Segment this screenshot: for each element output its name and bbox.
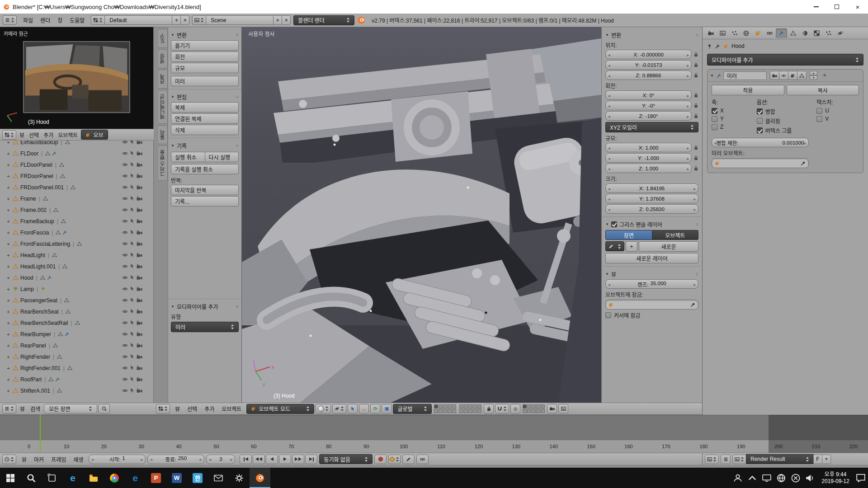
display-tray-icon[interactable]: [760, 468, 774, 488]
visibility-eye-icon[interactable]: [122, 184, 128, 190]
tab-scene[interactable]: [729, 28, 740, 38]
render-layers-widget[interactable]: [523, 404, 545, 413]
renderability-camera-icon[interactable]: [137, 376, 142, 382]
maximize-button[interactable]: [826, 0, 847, 14]
visibility-eye-icon[interactable]: [122, 141, 128, 145]
dimension-field[interactable]: X:1.84195: [605, 183, 698, 193]
object-name[interactable]: Frame.002: [20, 207, 47, 213]
selectability-cursor-icon[interactable]: [130, 320, 135, 325]
selectability-cursor-icon[interactable]: [130, 297, 135, 302]
tool-shelf-tab[interactable]: 물리: [158, 125, 168, 144]
blender-taskbar-icon[interactable]: [250, 468, 270, 488]
expand-toggle[interactable]: [6, 252, 11, 258]
visibility-eye-icon[interactable]: [122, 252, 128, 258]
outliner-display-dropdown[interactable]: 모든 장면: [44, 404, 97, 413]
onedrive-error-tray-icon[interactable]: [788, 468, 803, 488]
window-titlebar[interactable]: Blender* [C:₩Users₩Sungwoong Cho₩Downloa…: [0, 0, 868, 14]
texture-checkbox[interactable]: U: [816, 108, 859, 114]
object-name[interactable]: PassengerSeat: [20, 297, 57, 304]
object-name[interactable]: RightFender: [20, 354, 50, 360]
visibility-eye-icon[interactable]: [122, 354, 128, 360]
option-checkbox[interactable]: 병합: [757, 108, 814, 115]
visibility-eye-icon[interactable]: [122, 207, 128, 213]
outliner-item[interactable]: RearPanel: [0, 340, 153, 351]
expand-toggle[interactable]: [6, 365, 11, 371]
scale-field[interactable]: Y:-1.000: [605, 153, 692, 163]
undo-button[interactable]: 실행 취소: [171, 152, 205, 162]
start-frame-field[interactable]: 시작:1: [89, 455, 146, 464]
close-button[interactable]: ×: [847, 0, 868, 14]
renderability-camera-icon[interactable]: [137, 354, 142, 360]
selectability-cursor-icon[interactable]: [130, 309, 135, 314]
timeline-ruler[interactable]: 0102030405060708090100110120130140150160…: [0, 440, 868, 453]
current-frame-field[interactable]: 3: [206, 455, 235, 464]
renderability-camera-icon[interactable]: [137, 141, 142, 145]
move-modifier-up-button[interactable]: ▲: [810, 71, 817, 75]
tab-object[interactable]: 오브젝트: [652, 230, 699, 240]
jump-to-start-button[interactable]: [240, 455, 252, 464]
modifier-editmode-toggle[interactable]: [788, 71, 797, 80]
lock-icon[interactable]: [693, 52, 698, 57]
menu-item[interactable]: 오브젝트: [218, 405, 245, 413]
renderability-camera-icon[interactable]: [137, 331, 142, 337]
selectability-cursor-icon[interactable]: [130, 388, 135, 393]
manipulator-toggle[interactable]: [348, 404, 358, 413]
renderability-camera-icon[interactable]: [137, 365, 142, 371]
visibility-eye-icon[interactable]: [122, 297, 128, 303]
object-name[interactable]: RearBumper: [20, 331, 51, 338]
scale-manipulator-button[interactable]: ▣: [382, 404, 392, 413]
outliner-item[interactable]: FRDoorPanel: [0, 170, 153, 182]
location-field[interactable]: X:-0.000000: [605, 50, 692, 59]
tab-scene[interactable]: 장면: [605, 230, 652, 240]
object-name[interactable]: FrontFasciaLettering: [20, 241, 70, 247]
add-modifier-panel-header[interactable]: 모디파이어를 추가: [171, 302, 239, 311]
expand-toggle[interactable]: [6, 184, 11, 191]
hwp-icon[interactable]: 한: [187, 468, 208, 488]
renderability-camera-icon[interactable]: [137, 309, 142, 314]
selectability-cursor-icon[interactable]: [130, 365, 135, 370]
lock-object-field[interactable]: [605, 300, 698, 310]
outliner-item[interactable]: PassengerSeat: [0, 295, 153, 306]
undo-history-button[interactable]: 기록을 실행 취소: [171, 164, 239, 174]
tool-shelf-tab[interactable]: 관계: [158, 70, 168, 89]
expand-toggle[interactable]: [6, 343, 11, 349]
render-engine-dropdown[interactable]: 블렌더 렌더: [293, 15, 354, 25]
lock-to-cursor-checkbox[interactable]: 커서에 잠금: [605, 311, 698, 319]
screen-layout-name[interactable]: Default: [104, 15, 172, 25]
expand-toggle[interactable]: [6, 297, 11, 304]
snap-toggle-button[interactable]: [495, 404, 509, 413]
selectability-cursor-icon[interactable]: [130, 207, 135, 212]
selectability-cursor-icon[interactable]: [130, 150, 135, 155]
outliner-item[interactable]: ShifterA.001: [0, 385, 153, 396]
location-field[interactable]: Z:0.88866: [605, 70, 692, 80]
object-name[interactable]: FRDoorPanel: [20, 173, 53, 179]
new-image-button[interactable]: +: [822, 455, 831, 464]
renderability-camera-icon[interactable]: [137, 241, 142, 247]
selectability-cursor-icon[interactable]: [130, 343, 135, 347]
expand-toggle[interactable]: [6, 162, 11, 168]
menu-item[interactable]: 뷰: [17, 131, 27, 139]
jump-to-end-button[interactable]: [305, 455, 317, 464]
menu-item[interactable]: 추가: [201, 405, 218, 413]
expand-toggle[interactable]: [6, 241, 11, 247]
opengl-render-image-button[interactable]: [547, 404, 557, 413]
tool-shelf-tab[interactable]: 그리스 펜슬: [158, 145, 168, 181]
outliner-search-button[interactable]: [98, 404, 110, 413]
proportional-edit-button[interactable]: ◎: [510, 404, 520, 413]
renderability-camera-icon[interactable]: [137, 388, 142, 394]
modifier-cage-toggle[interactable]: [797, 71, 807, 80]
lock-icon[interactable]: [693, 166, 698, 171]
new-layer-button[interactable]: 새로운 레이어: [605, 253, 698, 263]
tab-constraints[interactable]: [764, 28, 775, 38]
search-button[interactable]: [21, 468, 42, 488]
play-reverse-button[interactable]: [266, 455, 278, 464]
visibility-eye-icon[interactable]: [122, 309, 128, 314]
axis-checkbox[interactable]: X: [712, 108, 754, 114]
editor-type-image-button[interactable]: [705, 455, 719, 464]
tab-world[interactable]: [741, 28, 752, 38]
lock-icon[interactable]: [693, 73, 698, 78]
selectability-cursor-icon[interactable]: [130, 141, 135, 144]
tab-texture[interactable]: [811, 28, 822, 38]
expand-toggle[interactable]: [6, 173, 11, 179]
selectability-cursor-icon[interactable]: [130, 196, 135, 201]
